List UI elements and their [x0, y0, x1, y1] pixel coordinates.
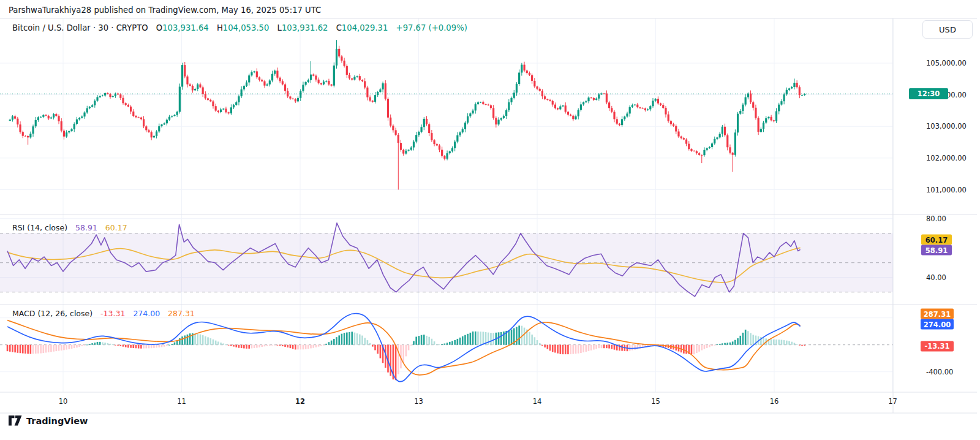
macd-badge: 274.00: [921, 319, 954, 330]
low-value: 103,931.62: [282, 23, 328, 32]
symbol-title: Bitcoin / U.S. Dollar · 30 · CRYPTO: [12, 23, 148, 32]
chart-svg: [0, 0, 980, 440]
rsi-value: 58.91: [75, 223, 97, 232]
macd-axis-label: -400.00: [926, 368, 953, 376]
currency-button[interactable]: USD: [922, 20, 973, 39]
tradingview-published-chart: ParshwaTurakhiya28 published on TradingV…: [0, 0, 980, 440]
rsi-axis-label: 40.00: [926, 273, 946, 282]
rsi-badge: 58.91: [921, 245, 952, 256]
time-axis-label: 11: [177, 397, 186, 406]
rsi-ma-value: 60.17: [105, 223, 127, 232]
time-axis-label: 17: [888, 397, 897, 406]
open-label: O: [156, 23, 162, 32]
time-axis-label: 16: [770, 397, 779, 406]
symbol-legend: Bitcoin / U.S. Dollar · 30 · CRYPTO O103…: [12, 23, 467, 32]
rsi-title: RSI (14, close): [12, 223, 67, 232]
macd-title: MACD (12, 26, close): [12, 309, 92, 318]
price-axis-label: 105,000.00: [926, 59, 967, 67]
rsi-ma-badge: 60.17: [921, 235, 952, 245]
price-axis-label: 102,000.00: [926, 154, 967, 162]
currency-label: USD: [939, 25, 956, 34]
open-value: 103,931.64: [162, 23, 209, 32]
tradingview-mark-icon: [9, 415, 22, 426]
macd-signal-value: 287.31: [168, 309, 195, 318]
tradingview-brand: TradingView: [26, 416, 88, 426]
low-label: L: [277, 23, 282, 32]
high-value: 104,053.50: [223, 23, 270, 32]
countdown-badge: 12:30: [909, 88, 948, 99]
tradingview-logo[interactable]: TradingView: [9, 415, 88, 426]
macd-line-value: 274.00: [133, 309, 160, 318]
macd-legend: MACD (12, 26, close) -13.31 274.00 287.3…: [12, 309, 195, 318]
rsi-legend: RSI (14, close) 58.91 60.17: [12, 223, 127, 232]
time-axis-label: 10: [59, 397, 68, 406]
time-axis-label: 12: [295, 397, 305, 406]
rsi-axis-label: 80.00: [926, 214, 946, 223]
close-value: 104,029.31: [342, 23, 388, 32]
time-axis-label: 15: [651, 397, 660, 406]
macd-hist-value: -13.31: [100, 309, 125, 318]
high-label: H: [217, 23, 223, 32]
hist-badge: -13.31: [921, 341, 954, 351]
price-axis-label: 101,000.00: [926, 186, 967, 194]
time-axis-label: 14: [533, 397, 542, 406]
close-label: C: [336, 23, 342, 32]
time-axis-label: 13: [414, 397, 423, 406]
price-axis-label: 103,000.00: [926, 122, 967, 131]
change-value: +97.67 (+0.09%): [396, 23, 467, 32]
signal-badge: 287.31: [921, 309, 954, 319]
